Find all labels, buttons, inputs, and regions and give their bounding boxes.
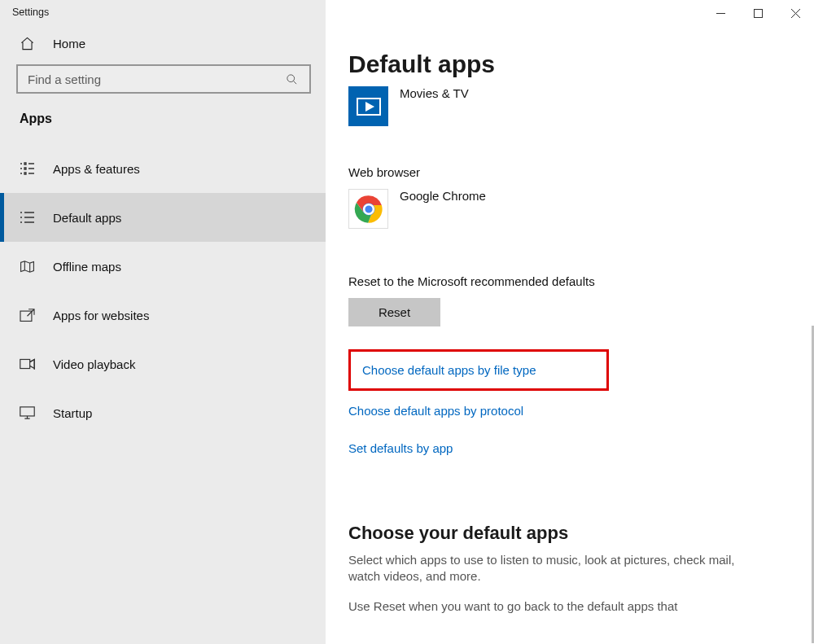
nav-startup[interactable]: Startup — [0, 388, 326, 437]
app-name-label: Google Chrome — [400, 189, 486, 203]
defaults-icon — [20, 210, 35, 226]
home-nav[interactable]: Home — [0, 36, 326, 64]
map-icon — [20, 259, 35, 274]
sidebar: Settings Home Apps — [0, 0, 326, 644]
nav-label: Apps & features — [53, 162, 140, 176]
svg-rect-5 — [20, 407, 34, 416]
svg-point-10 — [364, 204, 374, 214]
default-web-browser[interactable]: Google Chrome — [348, 189, 814, 229]
sidebar-section-title: Apps — [0, 112, 326, 144]
footer-paragraph: Use Reset when you want to go back to th… — [348, 598, 764, 615]
nav-label: Offline maps — [53, 260, 121, 274]
nav-label: Apps for websites — [53, 309, 149, 322]
content-pane: Default apps Movies & TV Web browser — [326, 0, 814, 644]
nav-offline-maps[interactable]: Offline maps — [0, 242, 326, 291]
svg-rect-4 — [20, 359, 30, 368]
startup-icon — [20, 405, 35, 421]
open-external-icon — [20, 308, 35, 323]
video-icon — [20, 357, 35, 372]
sidebar-nav: Apps & features Default apps Offline — [0, 144, 326, 437]
nav-apps-features[interactable]: Apps & features — [0, 144, 326, 193]
window-title: Settings — [0, 7, 326, 36]
home-label: Home — [53, 37, 85, 50]
reset-button[interactable]: Reset — [348, 298, 440, 326]
nav-default-apps[interactable]: Default apps — [0, 193, 326, 242]
footer-title: Choose your default apps — [348, 523, 764, 544]
list-icon — [20, 161, 35, 177]
nav-label: Video playback — [53, 357, 135, 371]
home-icon — [20, 36, 35, 51]
nav-label: Default apps — [53, 211, 121, 225]
chrome-icon — [348, 189, 388, 229]
link-default-by-protocol[interactable]: Choose default apps by protocol — [348, 404, 523, 418]
reset-description: Reset to the Microsoft recommended defau… — [348, 274, 814, 288]
svg-point-2 — [287, 74, 295, 81]
search-icon — [286, 73, 298, 85]
link-default-by-file-type[interactable]: Choose default apps by file type — [362, 363, 536, 377]
nav-label: Startup — [53, 406, 92, 420]
nav-apps-websites[interactable]: Apps for websites — [0, 291, 326, 340]
movies-tv-icon — [348, 86, 388, 126]
highlight-annotation: Choose default apps by file type — [348, 349, 609, 391]
search-input[interactable] — [18, 72, 309, 86]
web-browser-heading: Web browser — [348, 165, 814, 179]
page-title: Default apps — [348, 50, 814, 81]
footer-paragraph: Select which apps to use to listen to mu… — [348, 552, 764, 585]
app-name-label: Movies & TV — [400, 86, 469, 100]
search-box[interactable] — [16, 64, 311, 94]
svg-rect-3 — [20, 311, 32, 321]
nav-video-playback[interactable]: Video playback — [0, 340, 326, 388]
default-video-player[interactable]: Movies & TV — [348, 86, 814, 126]
link-set-defaults-by-app[interactable]: Set defaults by app — [348, 441, 453, 455]
